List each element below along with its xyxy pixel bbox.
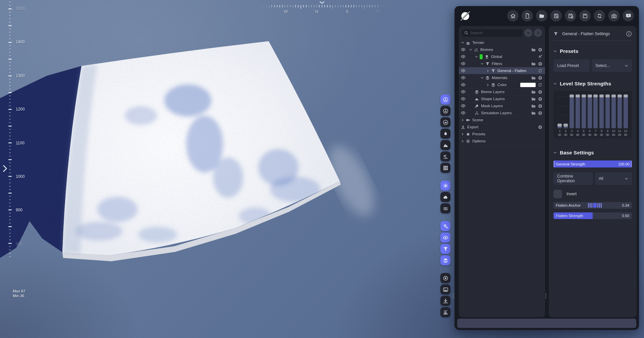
viewport-tool-funnel-button[interactable] [440, 244, 450, 254]
search-input[interactable] [470, 31, 520, 35]
flatten-anchor-slider[interactable]: Flatten Anchor 0.34 [553, 202, 632, 209]
load-preset-select[interactable]: Select... [592, 59, 632, 72]
add-icon[interactable] [538, 90, 542, 94]
step-eye-icon[interactable] [581, 133, 587, 137]
section-presets[interactable]: Presets [553, 48, 632, 54]
search-box[interactable] [462, 29, 523, 37]
level-step-slider-10[interactable] [610, 94, 616, 128]
level-step-slider-9[interactable] [605, 94, 611, 128]
add-icon[interactable] [538, 76, 542, 80]
step-eye-icon[interactable] [599, 133, 605, 137]
expander-chevron-down-icon[interactable] [475, 55, 480, 59]
viewport-tool-sun-button[interactable] [440, 181, 450, 191]
refresh-icon[interactable] [538, 83, 542, 87]
step-eye-icon[interactable] [605, 133, 611, 137]
viewport-tool-island-button[interactable] [440, 151, 450, 161]
expander-chevron-down-icon[interactable] [480, 62, 485, 66]
viewport-tool-cloud-button[interactable] [440, 192, 450, 202]
left-panel-expander-icon[interactable] [2, 165, 8, 172]
level-step-slider-11[interactable] [616, 94, 623, 128]
step-slider-thumb[interactable] [582, 94, 586, 97]
viewport-tool-fan-button[interactable] [440, 94, 450, 105]
expander-chevron-down-icon[interactable] [461, 41, 466, 45]
expander-chevron-right-icon[interactable] [461, 132, 466, 136]
step-eye-icon[interactable] [593, 133, 599, 137]
step-slider-thumb[interactable] [570, 94, 574, 97]
tree-row-biomes[interactable]: Biomes [459, 46, 545, 53]
file-button[interactable] [522, 10, 533, 21]
viewport-tool-mountain-button[interactable] [440, 140, 450, 150]
tree-row-mask-layers[interactable]: Mask Layers [459, 103, 545, 110]
refresh-icon[interactable] [538, 69, 542, 73]
viewport-tool-grid-button[interactable] [440, 163, 450, 173]
folder-icon[interactable] [531, 90, 536, 94]
tree-row-simulation-layers[interactable]: Simulation Layers [459, 110, 545, 117]
level-step-slider-4[interactable] [575, 94, 581, 128]
step-slider-thumb[interactable] [564, 124, 568, 127]
save-edit-button[interactable] [579, 10, 591, 21]
step-eye-icon[interactable] [563, 133, 569, 137]
tree-row-presets[interactable]: Presets [459, 131, 545, 138]
visibility-eye-icon[interactable] [461, 61, 469, 66]
panel-resize-handle-middle[interactable] [545, 292, 547, 299]
tree-step-into-button[interactable] [534, 29, 542, 37]
level-step-slider-1[interactable] [557, 94, 563, 128]
flatten-strength-slider[interactable]: Flatten Strength 0.50 [553, 212, 632, 219]
refresh-button[interactable] [594, 10, 605, 21]
add-icon[interactable] [538, 104, 542, 108]
visibility-eye-icon[interactable] [461, 89, 469, 94]
step-slider-thumb[interactable] [605, 94, 610, 97]
section-level-steps[interactable]: Level Step Strengths [553, 81, 632, 86]
visibility-eye-icon[interactable] [461, 47, 469, 52]
visibility-eye-icon[interactable] [461, 75, 469, 80]
color-swatch[interactable] [520, 83, 536, 87]
viewport-tool-image-button[interactable] [440, 284, 450, 294]
tree-row-global[interactable]: Global [459, 53, 545, 60]
step-eye-icon[interactable] [610, 133, 616, 137]
expander-chevron-right-icon[interactable] [486, 69, 491, 73]
viewport-tool-download-button[interactable] [440, 296, 450, 306]
layers-add-icon[interactable] [538, 55, 542, 59]
visibility-eye-icon[interactable] [461, 82, 469, 87]
viewport-tool-flame-button[interactable] [440, 129, 450, 139]
step-eye-icon[interactable] [575, 133, 581, 137]
folder-icon[interactable] [531, 76, 536, 80]
tree-row-options[interactable]: Options [459, 138, 545, 145]
tree-collapse-all-button[interactable] [524, 29, 532, 37]
add-icon[interactable] [538, 111, 542, 115]
viewport-tool-layers-button[interactable] [440, 255, 450, 265]
visibility-eye-icon[interactable] [461, 104, 469, 108]
expander-chevron-down-icon[interactable] [469, 48, 474, 52]
viewport-tool-record-button[interactable] [440, 273, 450, 283]
level-step-slider-7[interactable] [593, 94, 599, 128]
visibility-eye-icon[interactable] [461, 96, 469, 101]
general-strength-slider[interactable]: General Strength 100.00 [553, 160, 632, 167]
folder-icon[interactable] [531, 62, 536, 66]
expander-chevron-right-icon[interactable] [461, 118, 466, 122]
add-icon[interactable] [538, 48, 542, 52]
viewport-tool-waves-button[interactable] [440, 203, 450, 213]
tree-row-biome-layers[interactable]: Biome Layers [459, 88, 545, 95]
folder-icon[interactable] [531, 97, 536, 101]
add-icon[interactable] [538, 62, 542, 66]
level-step-slider-12[interactable] [623, 94, 629, 128]
step-eye-icon[interactable] [587, 133, 593, 137]
viewport-tool-eye-button[interactable] [440, 232, 450, 243]
step-eye-icon[interactable] [557, 133, 563, 137]
panel-resize-handle-left[interactable] [453, 292, 454, 299]
visibility-eye-icon[interactable] [461, 54, 469, 59]
step-slider-thumb[interactable] [593, 94, 598, 97]
home-button[interactable] [507, 10, 519, 21]
step-eye-icon[interactable] [616, 133, 623, 137]
viewport-tool-gears-button[interactable] [440, 221, 450, 231]
tree-row-color[interactable]: Color [459, 81, 545, 88]
expander-chevron-right-icon[interactable] [461, 139, 466, 143]
info-icon[interactable] [626, 31, 632, 37]
step-eye-icon[interactable] [623, 133, 629, 137]
section-base-settings[interactable]: Base Settings [553, 150, 632, 155]
tree-row-terrain[interactable]: Terrain [459, 39, 545, 46]
viewport-tool-chart-button[interactable] [440, 307, 450, 317]
level-step-slider-8[interactable] [599, 94, 605, 128]
level-step-slider-5[interactable] [581, 94, 587, 128]
add-icon[interactable] [538, 97, 542, 101]
